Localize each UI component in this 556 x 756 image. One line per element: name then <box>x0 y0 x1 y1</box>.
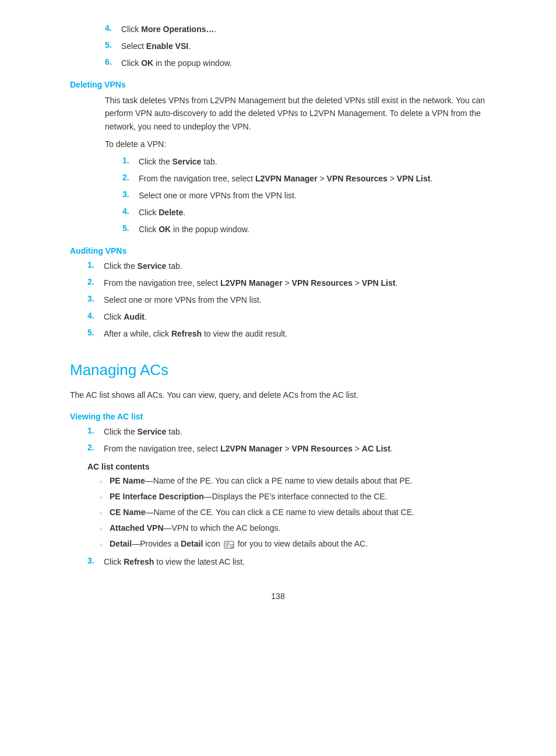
bullet-circle-1: ○ <box>99 477 110 486</box>
del-step-5-number: 5. <box>122 223 139 233</box>
aud-step-1-number: 1. <box>87 260 104 270</box>
ac-step-1: 1. Click the Service tab. <box>87 426 486 438</box>
del-step-4: 4. Click Delete. <box>122 206 486 219</box>
del-step-4-content: Click Delete. <box>139 206 486 219</box>
step-6: 6. Click OK in the popup window. <box>105 57 486 69</box>
del-step-1: 1. Click the Service tab. <box>122 156 486 168</box>
step-4-number: 4. <box>105 23 121 33</box>
ac-list-contents-section: AC list contents ○ PE Name—Name of the P… <box>87 462 486 550</box>
aud-step-4: 4. Click Audit. <box>87 311 486 323</box>
bullet-text-3: CE Name—Name of the CE. You can click a … <box>110 506 486 519</box>
del-step-1-content: Click the Service tab. <box>139 156 486 168</box>
aud-step-3-number: 3. <box>87 294 104 303</box>
del-step-1-number: 1. <box>122 156 139 165</box>
managing-acs-heading: Managing ACs <box>70 361 486 379</box>
deleting-vpns-heading: Deleting VPNs <box>70 80 486 89</box>
aud-step-1-content: Click the Service tab. <box>104 260 486 272</box>
deleting-vpns-body: This task deletes VPNs from L2VPN Manage… <box>105 94 486 236</box>
bullet-circle-5: ○ <box>99 540 110 549</box>
ac-step-2: 2. From the navigation tree, select L2VP… <box>87 443 486 455</box>
bullet-pe-interface: ○ PE Interface Description—Displays the … <box>99 491 486 503</box>
bullet-ce-name: ○ CE Name—Name of the CE. You can click … <box>99 506 486 519</box>
step-5-content: Select Enable VSI. <box>121 40 486 52</box>
ac-step-3-number: 3. <box>87 556 104 565</box>
ac-step-2-number: 2. <box>87 443 104 452</box>
viewing-ac-list-steps: 1. Click the Service tab. 2. From the na… <box>87 426 486 568</box>
auditing-vpns-steps: 1. Click the Service tab. 2. From the na… <box>87 260 486 340</box>
del-step-3: 3. Select one or more VPNs from the VPN … <box>122 190 486 202</box>
del-step-5-content: Click OK in the popup window. <box>139 223 486 236</box>
bullet-circle-2: ○ <box>99 493 110 502</box>
aud-step-5-content: After a while, click Refresh to view the… <box>104 328 486 340</box>
ac-list-bullets: ○ PE Name—Name of the PE. You can click … <box>99 475 486 550</box>
step-4: 4. Click More Operations…. <box>105 23 486 36</box>
del-step-3-content: Select one or more VPNs from the VPN lis… <box>139 190 486 202</box>
bullet-text-2: PE Interface Description—Displays the PE… <box>110 491 486 503</box>
deleting-vpns-para1: This task deletes VPNs from L2VPN Manage… <box>105 94 486 133</box>
step-6-bold: OK <box>141 58 153 68</box>
aud-step-2-content: From the navigation tree, select L2VPN M… <box>104 277 486 289</box>
bullet-detail: ○ Detail—Provides a Detail icon <box>99 538 486 550</box>
bullet-text-1: PE Name—Name of the PE. You can click a … <box>110 475 486 487</box>
aud-step-3: 3. Select one or more VPNs from the VPN … <box>87 294 486 306</box>
bullet-text-5: Detail—Provides a Detail icon <box>110 538 486 550</box>
auditing-vpns-heading: Auditing VPNs <box>70 246 486 256</box>
ac-step-3-content: Click Refresh to view the latest AC list… <box>104 556 486 568</box>
del-step-4-number: 4. <box>122 206 139 216</box>
aud-step-5-number: 5. <box>87 328 104 337</box>
ac-list-contents-heading: AC list contents <box>87 462 486 471</box>
aud-step-3-content: Select one or more VPNs from the VPN lis… <box>104 294 486 306</box>
page: 4. Click More Operations…. 5. Select Ena… <box>0 0 556 756</box>
detail-icon <box>224 540 234 548</box>
page-number: 138 <box>70 592 486 601</box>
del-step-3-number: 3. <box>122 190 139 199</box>
step-6-content: Click OK in the popup window. <box>121 57 486 69</box>
step-5-bold: Enable VSI <box>146 41 188 51</box>
aud-step-4-number: 4. <box>87 311 104 320</box>
intro-steps-group: 4. Click More Operations…. 5. Select Ena… <box>105 23 486 69</box>
del-step-2: 2. From the navigation tree, select L2VP… <box>122 173 486 185</box>
bullet-attached-vpn: ○ Attached VPN—VPN to which the AC belon… <box>99 522 486 534</box>
bullet-pe-name: ○ PE Name—Name of the PE. You can click … <box>99 475 486 487</box>
ac-step-1-content: Click the Service tab. <box>104 426 486 438</box>
viewing-ac-list-heading: Viewing the AC list <box>70 412 486 421</box>
deleting-vpns-steps: 1. Click the Service tab. 2. From the na… <box>122 156 486 236</box>
del-step-2-number: 2. <box>122 173 139 182</box>
bullet-text-4: Attached VPN—VPN to which the AC belongs… <box>110 522 486 534</box>
aud-step-5: 5. After a while, click Refresh to view … <box>87 328 486 340</box>
del-step-2-content: From the navigation tree, select L2VPN M… <box>139 173 486 185</box>
del-step-5: 5. Click OK in the popup window. <box>122 223 486 236</box>
managing-acs-intro: The AC list shows all ACs. You can view,… <box>70 388 486 401</box>
step-5-number: 5. <box>105 40 121 50</box>
ac-step-3: 3. Click Refresh to view the latest AC l… <box>87 556 486 568</box>
bullet-circle-3: ○ <box>99 509 110 517</box>
aud-step-1: 1. Click the Service tab. <box>87 260 486 272</box>
svg-point-4 <box>230 545 233 548</box>
step-4-bold: More Operations… <box>141 24 214 34</box>
bullet-circle-4: ○ <box>99 524 110 533</box>
ac-step-2-content: From the navigation tree, select L2VPN M… <box>104 443 486 455</box>
step-5: 5. Select Enable VSI. <box>105 40 486 52</box>
aud-step-4-content: Click Audit. <box>104 311 486 323</box>
deleting-vpns-para2: To delete a VPN: <box>105 138 486 150</box>
aud-step-2-number: 2. <box>87 277 104 286</box>
step-6-number: 6. <box>105 57 121 66</box>
step-4-content: Click More Operations…. <box>121 23 486 36</box>
ac-step-1-number: 1. <box>87 426 104 435</box>
aud-step-2: 2. From the navigation tree, select L2VP… <box>87 277 486 289</box>
